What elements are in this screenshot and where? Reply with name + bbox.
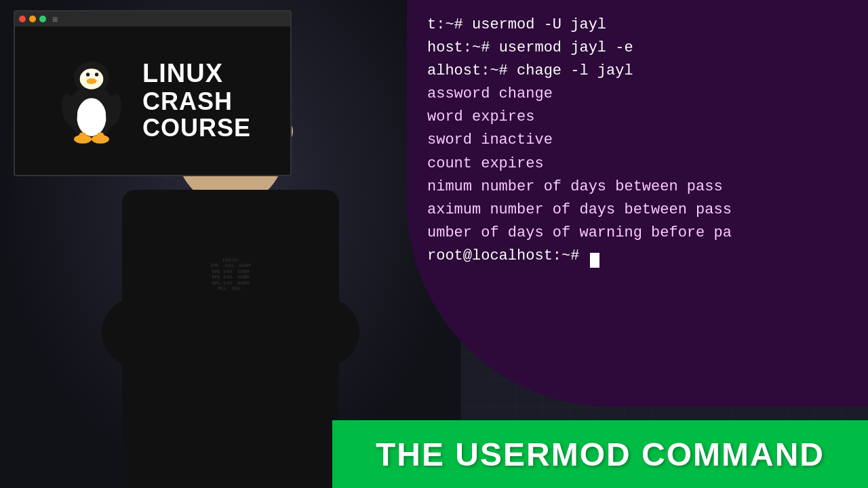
logo-content: LINUX CRASH COURSE	[15, 26, 290, 175]
terminal-line-10: umber of days of warning before pa	[427, 222, 851, 245]
terminal-line-1: t:~# usermod -U jayl	[427, 14, 851, 37]
terminal-line-4: assword change	[427, 83, 851, 106]
bottom-banner: THE USERMOD COMMAND	[332, 420, 868, 488]
person-arms	[102, 298, 359, 366]
svg-point-7	[95, 73, 98, 76]
titlebar-maximize-dot	[39, 16, 46, 22]
tux-penguin-icon	[54, 57, 129, 145]
svg-point-6	[86, 73, 90, 76]
terminal-line-7: count expires	[427, 152, 851, 176]
svg-rect-12	[97, 132, 104, 141]
terminal-line-9: aximum number of days between pass	[427, 199, 851, 222]
terminal-window: t:~# usermod -U jayl host:~# usermod jay…	[407, 0, 868, 407]
logo-text: LINUX CRASH COURSE	[142, 60, 251, 142]
terminal-line-5: word expires	[427, 106, 851, 129]
terminal-line-3: alhost:~# chage -l jayl	[427, 60, 851, 83]
terminal-line-6: sword inactive	[427, 129, 851, 152]
titlebar-minimize-dot	[29, 16, 36, 22]
terminal-line-2: host:~# usermod jayl -e	[427, 37, 851, 60]
logo-overlay: ⊞	[14, 10, 292, 176]
svg-point-1	[77, 98, 106, 136]
svg-point-8	[86, 78, 96, 84]
terminal-line-11: root@localhost:~#	[427, 245, 851, 268]
terminal-cursor	[590, 253, 599, 268]
terminal-line-8: nimum number of days between pass	[427, 176, 851, 199]
terminal-content: t:~# usermod -U jayl host:~# usermod jay…	[407, 0, 868, 407]
titlebar-icon: ⊞	[52, 16, 58, 23]
titlebar-close-dot	[19, 16, 26, 22]
banner-text: THE USERMOD COMMAND	[376, 436, 825, 473]
svg-rect-11	[79, 132, 87, 141]
